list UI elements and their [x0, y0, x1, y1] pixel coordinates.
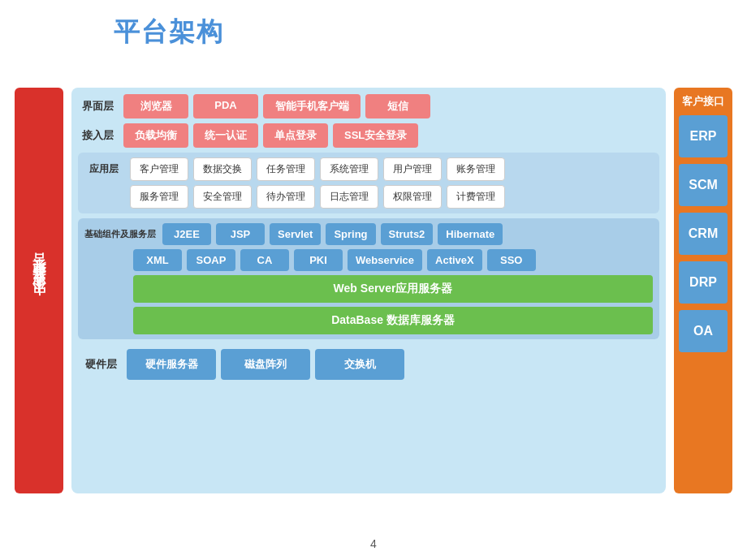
ui-item-smartphone[interactable]: 智能手机客户端	[263, 94, 361, 118]
right-bar-title: 客户接口	[682, 94, 724, 109]
foundation-row1-items: J2EE JSP Servlet Spring Struts2 Hibernat…	[162, 223, 653, 245]
left-bar: 中小企业业务处理平台	[15, 88, 63, 493]
database-row: DataBase 数据库服务器	[84, 307, 653, 334]
app-item-customer[interactable]: 客户管理	[130, 157, 188, 181]
foundation-row2-items: XML SOAP CA PKI Webservice ActiveX SSO	[133, 249, 653, 271]
access-layer-row: 接入层 负载均衡 统一认证 单点登录 SSL安全登录	[78, 123, 659, 148]
access-layer-label: 接入层	[78, 128, 117, 143]
app-item-system[interactable]: 系统管理	[320, 157, 378, 181]
app-item-todo[interactable]: 待办管理	[257, 185, 315, 209]
ui-layer-items: 浏览器 PDA 智能手机客户端 短信	[123, 94, 659, 118]
webserver-row: Web Server应用服务器	[84, 275, 653, 303]
right-bar-drp[interactable]: DRP	[679, 261, 728, 304]
app-item-user[interactable]: 用户管理	[383, 157, 442, 181]
page-title: 平台架构	[114, 15, 224, 50]
hw-item-switch[interactable]: 交换机	[315, 349, 404, 380]
database-bar: DataBase 数据库服务器	[133, 307, 653, 334]
app-item-account[interactable]: 账务管理	[447, 157, 505, 181]
hw-item-server[interactable]: 硬件服务器	[127, 349, 216, 380]
right-bar: 客户接口 ERP SCM CRM DRP OA	[674, 88, 732, 493]
hw-item-disk[interactable]: 磁盘阵列	[221, 349, 310, 380]
app-layer-label: 应用层	[84, 162, 123, 176]
left-bar-label: 中小企业业务处理平台	[31, 274, 48, 307]
page-number: 4	[370, 537, 377, 550]
app-item-dataexchange[interactable]: 数据交换	[193, 157, 252, 181]
found-sso[interactable]: SSO	[487, 249, 536, 271]
hardware-layer-label: 硬件层	[81, 357, 120, 372]
hardware-layer-row: 硬件层 硬件服务器 磁盘阵列 交换机	[78, 344, 659, 385]
found-hibernate[interactable]: Hibernate	[438, 223, 503, 245]
found-servlet[interactable]: Servlet	[270, 223, 321, 245]
foundation-row2: XML SOAP CA PKI Webservice ActiveX SSO	[84, 249, 653, 271]
found-activex[interactable]: ActiveX	[427, 249, 482, 271]
ui-item-pda[interactable]: PDA	[193, 94, 258, 118]
ui-item-browser[interactable]: 浏览器	[123, 94, 188, 118]
access-item-sso[interactable]: 单点登录	[263, 123, 328, 148]
found-j2ee[interactable]: J2EE	[162, 223, 211, 245]
right-bar-erp[interactable]: ERP	[679, 115, 728, 157]
app-layer-row2-items: 服务管理 安全管理 待办管理 日志管理 权限管理 计费管理	[130, 185, 653, 209]
found-ca[interactable]: CA	[240, 249, 289, 271]
app-item-billing[interactable]: 计费管理	[447, 185, 505, 209]
main-area: 界面层 浏览器 PDA 智能手机客户端 短信 接入层 负载均衡 统一认证 单点登…	[71, 88, 666, 493]
app-layer-row1-items: 客户管理 数据交换 任务管理 系统管理 用户管理 账务管理	[130, 157, 653, 181]
right-bar-oa[interactable]: OA	[679, 310, 728, 352]
found-soap[interactable]: SOAP	[187, 249, 235, 271]
app-layer-row1: 应用层 客户管理 数据交换 任务管理 系统管理 用户管理 账务管理	[84, 157, 653, 181]
access-item-ssl[interactable]: SSL安全登录	[333, 123, 418, 148]
access-item-auth[interactable]: 统一认证	[193, 123, 258, 148]
app-layer-section: 应用层 客户管理 数据交换 任务管理 系统管理 用户管理 账务管理 服务管理 安…	[78, 153, 659, 213]
ui-layer-row: 界面层 浏览器 PDA 智能手机客户端 短信	[78, 94, 659, 118]
found-pki[interactable]: PKI	[294, 249, 343, 271]
right-bar-scm[interactable]: SCM	[679, 164, 728, 206]
found-struts2[interactable]: Struts2	[381, 223, 434, 245]
foundation-row1: 基础组件及服务层 J2EE JSP Servlet Spring Struts2…	[84, 223, 653, 245]
app-layer-row2: 服务管理 安全管理 待办管理 日志管理 权限管理 计费管理	[84, 185, 653, 209]
found-spring[interactable]: Spring	[326, 223, 375, 245]
foundation-layer-section: 基础组件及服务层 J2EE JSP Servlet Spring Struts2…	[78, 218, 659, 339]
app-item-log[interactable]: 日志管理	[320, 185, 378, 209]
foundation-layer-label: 基础组件及服务层	[84, 228, 156, 240]
ui-layer-label: 界面层	[78, 99, 117, 114]
webserver-bar: Web Server应用服务器	[133, 275, 653, 303]
access-item-loadbalance[interactable]: 负载均衡	[123, 123, 188, 148]
app-item-task[interactable]: 任务管理	[257, 157, 315, 181]
hardware-layer-items: 硬件服务器 磁盘阵列 交换机	[127, 349, 656, 380]
found-jsp[interactable]: JSP	[216, 223, 265, 245]
app-item-permission[interactable]: 权限管理	[383, 185, 442, 209]
ui-item-sms[interactable]: 短信	[365, 94, 430, 118]
right-bar-crm[interactable]: CRM	[679, 213, 728, 255]
access-layer-items: 负载均衡 统一认证 单点登录 SSL安全登录	[123, 123, 659, 148]
found-webservice[interactable]: Webservice	[348, 249, 422, 271]
app-item-service[interactable]: 服务管理	[130, 185, 188, 209]
app-item-security[interactable]: 安全管理	[193, 185, 252, 209]
found-xml[interactable]: XML	[133, 249, 182, 271]
